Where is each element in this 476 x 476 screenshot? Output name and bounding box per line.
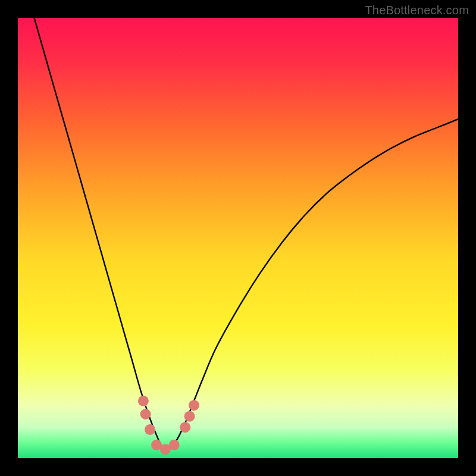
chart-stage: TheBottleneck.com [0,0,476,476]
plot-area [18,18,458,458]
svg-rect-0 [18,18,458,458]
gradient-background [18,18,458,458]
watermark-text: TheBottleneck.com [365,4,469,17]
